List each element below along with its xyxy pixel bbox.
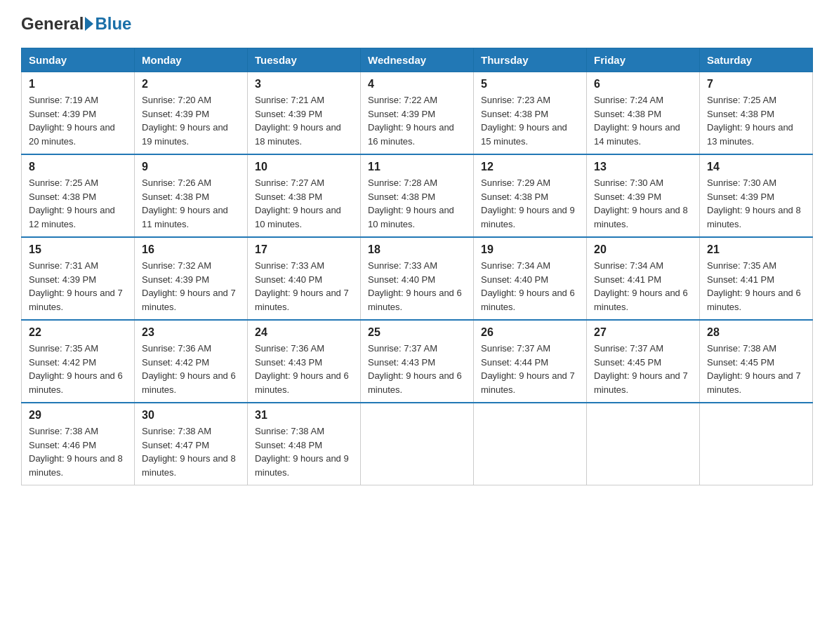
day-info: Sunrise: 7:27 AMSunset: 4:38 PMDaylight:… <box>255 176 353 231</box>
calendar-row: 1 Sunrise: 7:19 AMSunset: 4:39 PMDayligh… <box>22 72 813 155</box>
table-row: 20 Sunrise: 7:34 AMSunset: 4:41 PMDaylig… <box>587 237 700 320</box>
day-info: Sunrise: 7:35 AMSunset: 4:42 PMDaylight:… <box>29 342 127 396</box>
col-thursday: Thursday <box>474 48 587 72</box>
table-row <box>361 403 474 485</box>
day-number: 4 <box>368 78 466 90</box>
day-number: 31 <box>255 409 353 422</box>
table-row: 27 Sunrise: 7:37 AMSunset: 4:45 PMDaylig… <box>587 320 700 403</box>
day-number: 1 <box>29 78 127 90</box>
logo-arrow-icon <box>85 17 93 31</box>
table-row: 31 Sunrise: 7:38 AMSunset: 4:48 PMDaylig… <box>248 403 361 485</box>
table-row <box>700 403 813 485</box>
table-row: 10 Sunrise: 7:27 AMSunset: 4:38 PMDaylig… <box>248 154 361 237</box>
day-info: Sunrise: 7:28 AMSunset: 4:38 PMDaylight:… <box>368 176 466 231</box>
day-number: 10 <box>255 161 353 173</box>
calendar-row: 15 Sunrise: 7:31 AMSunset: 4:39 PMDaylig… <box>22 237 813 320</box>
day-number: 28 <box>707 326 805 339</box>
day-info: Sunrise: 7:37 AMSunset: 4:43 PMDaylight:… <box>368 342 466 396</box>
table-row: 13 Sunrise: 7:30 AMSunset: 4:39 PMDaylig… <box>587 154 700 237</box>
table-row: 28 Sunrise: 7:38 AMSunset: 4:45 PMDaylig… <box>700 320 813 403</box>
day-info: Sunrise: 7:33 AMSunset: 4:40 PMDaylight:… <box>368 259 466 314</box>
day-number: 29 <box>29 409 127 422</box>
table-row <box>587 403 700 485</box>
calendar-row: 22 Sunrise: 7:35 AMSunset: 4:42 PMDaylig… <box>22 320 813 403</box>
page-header: General Blue <box>21 14 813 34</box>
day-number: 5 <box>481 78 579 90</box>
col-sunday: Sunday <box>22 48 135 72</box>
table-row: 26 Sunrise: 7:37 AMSunset: 4:44 PMDaylig… <box>474 320 587 403</box>
calendar-row: 8 Sunrise: 7:25 AMSunset: 4:38 PMDayligh… <box>22 154 813 237</box>
day-info: Sunrise: 7:34 AMSunset: 4:41 PMDaylight:… <box>594 259 692 314</box>
day-number: 23 <box>142 326 240 339</box>
table-row: 22 Sunrise: 7:35 AMSunset: 4:42 PMDaylig… <box>22 320 135 403</box>
table-row: 30 Sunrise: 7:38 AMSunset: 4:47 PMDaylig… <box>135 403 248 485</box>
table-row: 6 Sunrise: 7:24 AMSunset: 4:38 PMDayligh… <box>587 72 700 155</box>
day-number: 3 <box>255 78 353 90</box>
day-number: 8 <box>29 161 127 173</box>
day-info: Sunrise: 7:22 AMSunset: 4:39 PMDaylight:… <box>368 93 466 148</box>
day-info: Sunrise: 7:32 AMSunset: 4:39 PMDaylight:… <box>142 259 240 314</box>
day-info: Sunrise: 7:38 AMSunset: 4:45 PMDaylight:… <box>707 342 805 396</box>
day-number: 25 <box>368 326 466 339</box>
day-number: 26 <box>481 326 579 339</box>
logo: General Blue <box>21 14 131 34</box>
table-row: 29 Sunrise: 7:38 AMSunset: 4:46 PMDaylig… <box>22 403 135 485</box>
day-info: Sunrise: 7:30 AMSunset: 4:39 PMDaylight:… <box>594 176 692 231</box>
day-number: 9 <box>142 161 240 173</box>
table-row: 14 Sunrise: 7:30 AMSunset: 4:39 PMDaylig… <box>700 154 813 237</box>
table-row <box>474 403 587 485</box>
table-row: 16 Sunrise: 7:32 AMSunset: 4:39 PMDaylig… <box>135 237 248 320</box>
day-number: 24 <box>255 326 353 339</box>
day-number: 12 <box>481 161 579 173</box>
table-row: 23 Sunrise: 7:36 AMSunset: 4:42 PMDaylig… <box>135 320 248 403</box>
day-info: Sunrise: 7:36 AMSunset: 4:43 PMDaylight:… <box>255 342 353 396</box>
table-row: 1 Sunrise: 7:19 AMSunset: 4:39 PMDayligh… <box>22 72 135 155</box>
day-info: Sunrise: 7:25 AMSunset: 4:38 PMDaylight:… <box>29 176 127 231</box>
header-row: Sunday Monday Tuesday Wednesday Thursday… <box>22 48 813 72</box>
table-row: 12 Sunrise: 7:29 AMSunset: 4:38 PMDaylig… <box>474 154 587 237</box>
day-number: 15 <box>29 243 127 256</box>
day-info: Sunrise: 7:29 AMSunset: 4:38 PMDaylight:… <box>481 176 579 231</box>
table-row: 11 Sunrise: 7:28 AMSunset: 4:38 PMDaylig… <box>361 154 474 237</box>
table-row: 21 Sunrise: 7:35 AMSunset: 4:41 PMDaylig… <box>700 237 813 320</box>
day-number: 2 <box>142 78 240 90</box>
day-info: Sunrise: 7:37 AMSunset: 4:44 PMDaylight:… <box>481 342 579 396</box>
col-monday: Monday <box>135 48 248 72</box>
table-row: 17 Sunrise: 7:33 AMSunset: 4:40 PMDaylig… <box>248 237 361 320</box>
table-row: 7 Sunrise: 7:25 AMSunset: 4:38 PMDayligh… <box>700 72 813 155</box>
day-number: 16 <box>142 243 240 256</box>
day-number: 19 <box>481 243 579 256</box>
day-info: Sunrise: 7:26 AMSunset: 4:38 PMDaylight:… <box>142 176 240 231</box>
day-info: Sunrise: 7:33 AMSunset: 4:40 PMDaylight:… <box>255 259 353 314</box>
day-info: Sunrise: 7:36 AMSunset: 4:42 PMDaylight:… <box>142 342 240 396</box>
table-row: 4 Sunrise: 7:22 AMSunset: 4:39 PMDayligh… <box>361 72 474 155</box>
day-number: 30 <box>142 409 240 422</box>
col-wednesday: Wednesday <box>361 48 474 72</box>
day-info: Sunrise: 7:20 AMSunset: 4:39 PMDaylight:… <box>142 93 240 148</box>
table-row: 2 Sunrise: 7:20 AMSunset: 4:39 PMDayligh… <box>135 72 248 155</box>
day-number: 14 <box>707 161 805 173</box>
day-info: Sunrise: 7:24 AMSunset: 4:38 PMDaylight:… <box>594 93 692 148</box>
col-saturday: Saturday <box>700 48 813 72</box>
table-row: 15 Sunrise: 7:31 AMSunset: 4:39 PMDaylig… <box>22 237 135 320</box>
day-info: Sunrise: 7:35 AMSunset: 4:41 PMDaylight:… <box>707 259 805 314</box>
day-number: 21 <box>707 243 805 256</box>
day-number: 6 <box>594 78 692 90</box>
day-number: 11 <box>368 161 466 173</box>
calendar-table: Sunday Monday Tuesday Wednesday Thursday… <box>21 48 813 485</box>
day-info: Sunrise: 7:21 AMSunset: 4:39 PMDaylight:… <box>255 93 353 148</box>
day-info: Sunrise: 7:34 AMSunset: 4:40 PMDaylight:… <box>481 259 579 314</box>
col-tuesday: Tuesday <box>248 48 361 72</box>
table-row: 5 Sunrise: 7:23 AMSunset: 4:38 PMDayligh… <box>474 72 587 155</box>
day-number: 18 <box>368 243 466 256</box>
day-info: Sunrise: 7:31 AMSunset: 4:39 PMDaylight:… <box>29 259 127 314</box>
logo-general-text: General <box>21 14 84 34</box>
day-info: Sunrise: 7:38 AMSunset: 4:48 PMDaylight:… <box>255 424 353 479</box>
table-row: 9 Sunrise: 7:26 AMSunset: 4:38 PMDayligh… <box>135 154 248 237</box>
table-row: 18 Sunrise: 7:33 AMSunset: 4:40 PMDaylig… <box>361 237 474 320</box>
day-info: Sunrise: 7:23 AMSunset: 4:38 PMDaylight:… <box>481 93 579 148</box>
day-info: Sunrise: 7:37 AMSunset: 4:45 PMDaylight:… <box>594 342 692 396</box>
table-row: 19 Sunrise: 7:34 AMSunset: 4:40 PMDaylig… <box>474 237 587 320</box>
table-row: 8 Sunrise: 7:25 AMSunset: 4:38 PMDayligh… <box>22 154 135 237</box>
table-row: 3 Sunrise: 7:21 AMSunset: 4:39 PMDayligh… <box>248 72 361 155</box>
